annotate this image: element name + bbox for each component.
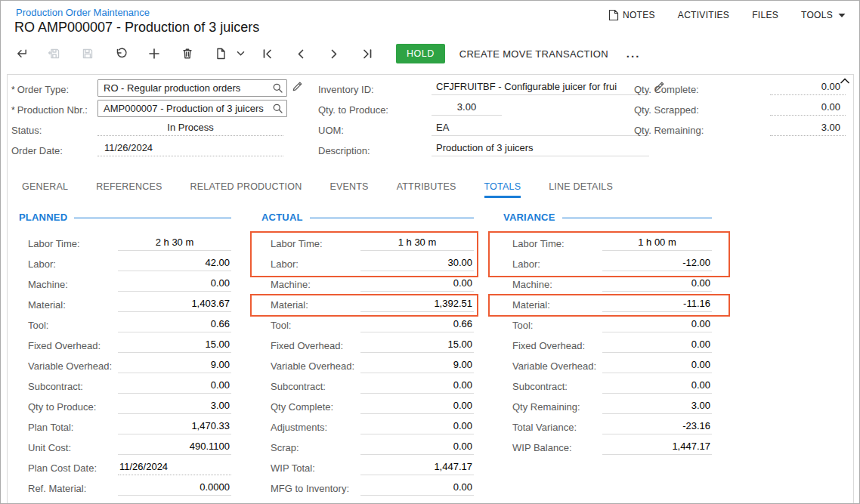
field-value-plan-total: 1,470.33 <box>118 420 231 434</box>
inventory-id-field[interactable]: CFJFRUITBF - Configurable juicer for fru… <box>432 79 649 95</box>
field-label: Qty Remaining: <box>512 401 580 413</box>
order-type-field[interactable]: RO - Regular production orders <box>97 79 287 97</box>
section-actual: ACTUALLabor Time:1 h 30 mLabor:30.00Mach… <box>250 211 478 503</box>
tab-events[interactable]: EVENTS <box>329 175 368 198</box>
tab-bar: GENERALREFERENCESRELATED PRODUCTIONEVENT… <box>8 175 854 198</box>
prev-icon <box>294 47 308 60</box>
field-label: Unit Cost: <box>28 442 71 453</box>
toolbar-clipboard-button[interactable] <box>211 44 230 63</box>
field-label: WIP Balance: <box>512 442 572 453</box>
save-icon <box>81 47 94 60</box>
field-value-machine: 0.00 <box>602 277 712 292</box>
field-value-adjustments: 0.00 <box>360 420 474 434</box>
search-icon[interactable] <box>272 103 283 114</box>
toolbar-back-button[interactable] <box>11 44 31 63</box>
toolbar-go-last-button[interactable] <box>357 44 377 63</box>
toolbar-cancel-changes-button[interactable] <box>111 44 131 63</box>
field-row-machine: Machine:0.00 <box>488 274 730 295</box>
field-value-subcontract: 0.00 <box>360 379 474 394</box>
field-value-machine: 0.00 <box>118 277 231 292</box>
required-star: * <box>11 105 15 116</box>
toolbar-clipboard-caret-button[interactable] <box>235 44 246 63</box>
tab-references[interactable]: REFERENCES <box>96 175 162 198</box>
top-menu: NOTESACTIVITIESFILESTOOLS <box>608 9 846 21</box>
field-value-variable-overhead: 9.00 <box>360 359 474 373</box>
production-order-maintenance-window: Production Order Maintenance RO AMP00000… <box>0 0 860 504</box>
create-move-transaction-button[interactable]: CREATE MOVE TRANSACTION <box>459 48 608 60</box>
hold-button[interactable]: HOLD <box>396 44 445 63</box>
field-value-material: 1,392.51 <box>360 298 474 312</box>
field-row-qty-to-produce: Qty to Produce:3.00 <box>13 397 234 417</box>
tab-attributes[interactable]: ATTRIBUTES <box>397 175 456 198</box>
top-menu-label: TOOLS <box>801 10 833 20</box>
delete-icon <box>181 47 194 60</box>
status-value: In Process <box>97 120 283 136</box>
field-value-tool: 0.00 <box>602 318 712 332</box>
field-value-machine: 0.00 <box>360 277 474 292</box>
section-title-planned: PLANNED <box>13 211 234 223</box>
top-menu-notes[interactable]: NOTES <box>608 9 655 21</box>
description-field[interactable]: Production of 3 juicers <box>432 141 649 156</box>
search-icon[interactable] <box>272 82 283 94</box>
back-icon <box>14 47 29 60</box>
collapse-summary-icon[interactable] <box>840 77 850 84</box>
field-label: Total Variance: <box>512 422 577 433</box>
top-menu-files[interactable]: FILES <box>752 10 778 20</box>
tab-line-details[interactable]: LINE DETAILS <box>549 175 613 198</box>
toolbar-save-button[interactable] <box>78 44 97 63</box>
toolbar-delete-button[interactable] <box>178 44 197 63</box>
field-value-subcontract: 0.00 <box>118 379 231 394</box>
field-label: Subcontract: <box>512 381 568 392</box>
field-row-tool: Tool:0.66 <box>250 315 478 335</box>
section-title-text: VARIANCE <box>503 212 555 223</box>
field-label: Variable Overhead: <box>28 360 112 372</box>
save-close-icon <box>48 47 61 60</box>
toolbar-go-first-button[interactable] <box>258 44 277 63</box>
field-row-machine: Machine:0.00 <box>13 274 234 295</box>
field-row-tool: Tool:0.00 <box>488 315 730 335</box>
field-value-subcontract: 0.00 <box>602 379 712 394</box>
top-menu-activities[interactable]: ACTIVITIES <box>678 10 729 20</box>
section-title-rule <box>310 218 474 218</box>
field-label: Subcontract: <box>28 381 83 392</box>
toolbar-add-new-record-button[interactable] <box>144 44 164 63</box>
toolbar-icons <box>11 44 391 63</box>
field-row-scrap: Scrap:0.00 <box>250 438 478 458</box>
qty-to-produce-field[interactable]: 3.00 <box>432 100 502 116</box>
field-value-fixed-overhead: 15.00 <box>360 339 474 353</box>
field-row-variable-overhead: Variable Overhead:9.00 <box>250 356 478 376</box>
tab-related-production[interactable]: RELATED PRODUCTION <box>190 175 302 198</box>
add-icon <box>147 47 161 60</box>
top-menu-label: NOTES <box>623 10 655 20</box>
field-label: Scrap: <box>271 442 299 453</box>
section-planned: PLANNEDLabor Time:2 h 30 mLabor:42.00Mac… <box>13 211 234 503</box>
top-menu-tools[interactable]: TOOLS <box>801 10 846 20</box>
summary-label-production-nbr: *Production Nbr.: <box>11 100 94 120</box>
tab-general[interactable]: GENERAL <box>22 175 68 198</box>
field-label: Material: <box>28 299 66 311</box>
toolbar-go-next-button[interactable] <box>324 44 344 63</box>
toolbar-go-previous-button[interactable] <box>291 44 311 63</box>
caret-down-icon <box>838 13 846 18</box>
section-rows-variance: Labor Time:1 h 00 mLabor:-12.00Machine:0… <box>488 233 730 458</box>
more-actions-button[interactable]: ... <box>626 50 641 57</box>
production-nbr-field[interactable]: AMP000007 - Production of 3 juicers <box>97 100 287 117</box>
field-row-labor-time: Labor Time:1 h 30 m <box>250 233 478 254</box>
field-row-labor: Labor:-12.00 <box>488 254 730 274</box>
field-row-total-variance: Total Variance:-23.16 <box>488 417 730 438</box>
edit-pencil-icon[interactable] <box>292 81 304 101</box>
field-value-plan-cost-date: 11/26/2024 <box>118 461 231 475</box>
top-menu-label: ACTIVITIES <box>678 10 729 20</box>
breadcrumb[interactable]: Production Order Maintenance <box>16 7 150 18</box>
uom-field[interactable]: EA <box>432 120 649 136</box>
field-label: Labor Time: <box>512 238 565 249</box>
field-row-variable-overhead: Variable Overhead:0.00 <box>488 356 730 376</box>
field-value-labor-time: 1 h 30 m <box>360 237 474 251</box>
field-row-subcontract: Subcontract:0.00 <box>13 376 234 397</box>
section-title-text: PLANNED <box>19 212 67 223</box>
tab-totals[interactable]: TOTALS <box>484 175 521 198</box>
toolbar-save-and-close-button[interactable] <box>45 44 64 63</box>
field-label: Tool: <box>512 320 533 331</box>
field-label: Tool: <box>271 320 291 331</box>
field-value-labor-time: 1 h 00 m <box>602 237 712 251</box>
